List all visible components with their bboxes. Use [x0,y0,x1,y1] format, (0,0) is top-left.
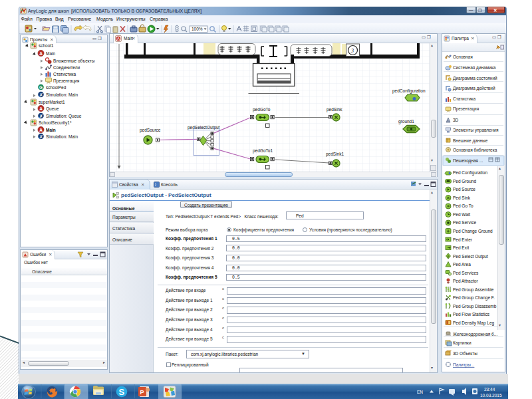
svg-text:Презентация: Презентация [53,78,80,84]
svg-text:Main: Main [46,51,55,56]
svg-text:schoolPed: schoolPed [46,85,66,90]
svg-text:Статистика: Статистика [453,96,476,101]
svg-text:Картинки: Картинки [453,340,471,346]
svg-text:Ped Flow Statistics: Ped Flow Statistics [453,312,490,317]
svg-text:3D Объекты: 3D Объекты [453,351,477,356]
svg-text:Ped Source: Ped Source [453,187,475,192]
svg-text:EN: EN [417,390,423,394]
svg-text:pedGoTo1: pedGoTo1 [253,148,273,154]
svg-text:A: A [39,51,43,56]
svg-text:Simulation: Main: Simulation: Main [46,92,78,97]
svg-text:P: P [140,389,144,396]
svg-text:Ped Density Map Leg: Ped Density Map Leg [453,321,495,326]
svg-text:Ped Services: Ped Services [453,271,479,275]
svg-text:Соединители: Соединители [53,65,80,70]
svg-text:Ped Group Assemble: Ped Group Assemble [453,287,494,293]
svg-text:Ped Attractor: Ped Attractor [453,279,478,283]
svg-text:A: A [39,128,43,132]
svg-text:Презентация: Презентация [453,106,479,112]
svg-text:100%: 100% [192,27,203,31]
svg-text:Основная библиотека: Основная библиотека [453,148,497,152]
svg-text:pedSource: pedSource [140,128,161,133]
svg-text:pedConfiguration: pedConfiguration [392,88,426,94]
svg-text:Системная динамика: Системная динамика [453,65,496,70]
svg-text:Внешние данные: Внешние данные [453,138,488,144]
svg-text:Ped Group Disassemb: Ped Group Disassemb [453,304,497,309]
svg-text:Ped Enter: Ped Enter [453,237,473,242]
svg-text:pedGoTo: pedGoTo [253,107,271,112]
svg-text:Статистика: Статистика [53,72,76,76]
svg-text:Ped Select Output: Ped Select Output [453,254,488,259]
svg-text:Диаграмма состояний: Диаграмма состояний [453,76,497,81]
svg-text:Ped Sink: Ped Sink [453,196,471,200]
svg-text:Палитры...: Палитры... [453,362,475,368]
svg-text:pedSink1: pedSink1 [326,152,344,157]
svg-text:Queue: Queue [46,106,59,112]
svg-text:Вложенные объекты: Вложенные объекты [53,59,95,63]
svg-text:Железнодорожная б...: Железнодорожная б... [453,332,497,337]
svg-text:Main: Main [46,128,56,132]
svg-text:3: 3 [350,48,354,54]
svg-text:school1: school1 [39,43,54,48]
svg-text:SchoolSecurity1*: SchoolSecurity1* [39,120,72,126]
svg-text:A: A [39,106,43,111]
svg-text:✗: ✗ [39,92,43,97]
svg-text:Основная: Основная [453,55,473,59]
svg-text:Ped Change Ground: Ped Change Ground [453,229,493,234]
svg-text:✗: ✗ [39,114,43,118]
svg-text:Диаграмма действий: Диаграмма действий [453,86,495,91]
svg-text:3D: 3D [453,118,459,122]
svg-text:A: A [117,37,120,41]
svg-text:Ped Service: Ped Service [453,220,476,225]
svg-text:pedSelectOutput: pedSelectOutput [188,125,220,130]
svg-text:Ped Wait: Ped Wait [453,212,470,217]
svg-text:G: G [39,85,43,90]
svg-text:S: S [119,387,125,397]
svg-text:Ped Area: Ped Area [453,262,471,267]
svg-text:✗: ✗ [39,134,43,139]
svg-text:10.03.2015: 10.03.2015 [480,393,502,398]
svg-text:Пешеходная ...: Пешеходная ... [453,158,483,164]
svg-text:Simulation: Main: Simulation: Main [46,134,78,139]
svg-text:Ped Group Change F.: Ped Group Change F. [453,295,495,301]
svg-text:Ped Exit: Ped Exit [453,245,469,250]
svg-text:Simulation: Queue: Simulation: Queue [46,114,82,119]
svg-text:Ped Go To: Ped Go To [453,203,473,208]
svg-text:ground1: ground1 [398,119,414,124]
svg-text:Ped Configuration: Ped Configuration [453,170,487,176]
svg-text:Элементы управления: Элементы управления [453,128,499,133]
svg-text:pedSink: pedSink [327,107,342,112]
svg-text:Ped Ground: Ped Ground [453,179,476,184]
svg-text:superMarket1: superMarket1 [39,100,65,105]
svg-text:23:44: 23:44 [484,387,495,392]
